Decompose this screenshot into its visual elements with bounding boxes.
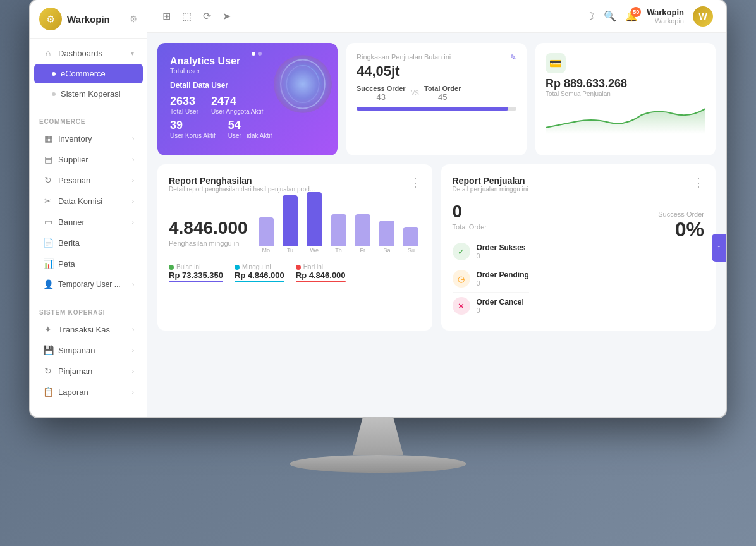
analytics-stats-row2: 39 User Korus Aktif 54 User Tidak Aktif [170,119,325,139]
penjualan-right: Success Order 0% [658,198,704,241]
bar-col-fr: Fr [353,214,372,253]
stat-label-tidak: User Tidak Aktif [228,132,272,139]
sidebar-item-pesanan[interactable]: ↻ Pesanan › [34,170,143,190]
stat-label-anggota: User Anggota Aktif [211,108,263,115]
sidebar-item-dashboards[interactable]: ⌂ Dashboards ▾ [34,43,143,63]
chevron-icon: › [132,347,134,354]
dashboard-body: Analytics User Total user Detail Data Us… [147,33,726,417]
stat-number-total: 2633 [170,95,198,108]
sidebar-item-berita[interactable]: 📄 Berita [34,233,143,253]
success-order-label: Success Order [357,85,406,92]
period-amounts: Bulan ini Rp 73.335.350 Minggu ini [169,264,421,282]
ecommerce-section-header: ECOMMERCE [30,112,147,128]
sidebar-item-inventory[interactable]: ▦ Inventory › [34,128,143,149]
chevron-icon: › [132,198,134,205]
edit-icon[interactable]: ✎ [510,53,516,62]
user-name: Warkopin [647,8,684,17]
temporary-user-label: Temporary User ... [58,280,121,289]
success-pct-value: 0% [658,218,704,241]
supplier-label: Supplier [58,155,88,164]
order-cancel-count: 0 [477,306,524,314]
revenue-card: 💳 Rp 889.633.268 Total Semua Penjualan [535,43,716,155]
order-sukses-icon: ✓ [453,243,470,260]
monitor-wrapper: ⚙ Warkopin ⚙ ⌂ Dashboards ▾ eCommerce [0,0,756,546]
bar-col-we: We [305,192,324,253]
monitor-base [290,455,466,473]
sidebar-logo: ⚙ Warkopin ⚙ [30,0,147,39]
sidebar-item-peta[interactable]: 📊 Peta [34,253,143,274]
stat-korus: 39 User Korus Aktif [170,119,216,139]
stat-tidak-aktif: 54 User Tidak Aktif [228,119,272,139]
progress-bar-wrapper [357,107,516,111]
monitor-icon[interactable]: ⬚ [180,8,194,25]
bar-sa [379,221,394,246]
period-minggu-label: Minggu ini [235,264,284,270]
sidebar-item-laporan[interactable]: 📋 Laporan › [34,382,143,402]
chevron-icon: › [132,368,134,375]
stat-number-tidak: 54 [228,119,272,132]
revenue-amount: Rp 889.633.268 [546,77,705,90]
more-options-icon-penjualan[interactable]: ⋮ [693,176,704,190]
sidebar-item-sistem-koperasi-nav[interactable]: Sistem Koperasi [34,84,143,104]
bar-col-tu: Tu [281,195,300,253]
scroll-top-button[interactable]: ↑ [712,234,726,262]
main-content: ⊞ ⬚ ⟳ ➤ ☽ 🔍 🔔 50 Warkopin [147,0,726,417]
period-hari-dot [296,265,301,270]
penjualan-body: 0 Total Order ✓ Order Sukses 0 [453,198,705,319]
sidebar-item-supplier[interactable]: ▤ Supplier › [34,149,143,169]
period-minggu-underline [235,281,284,282]
order-cancel-label: Order Cancel [477,298,524,306]
topbar-nav-icons: ⊞ ⬚ ⟳ ➤ [160,8,233,25]
order-sukses-label: Order Sukses [477,243,526,252]
grid-icon[interactable]: ⊞ [160,8,173,25]
period-hari-underline [296,281,346,282]
order-pending-icon: ◷ [453,270,470,288]
user-avatar[interactable]: W [693,6,713,27]
sidebar-item-ecommerce[interactable]: eCommerce [34,64,143,83]
logo-icon: ⚙ [39,8,62,30]
report-penghasilan-header: Report Penghasilan Detail report penghas… [169,176,421,193]
bar-col-su: Su [401,227,420,253]
top-cards: Analytics User Total user Detail Data Us… [157,43,716,155]
settings-icon[interactable]: ⚙ [130,14,138,24]
report-penghasilan-subtitle: Detail report penghasilan dari hasil pen… [169,186,315,193]
sistem-koperasi-nav-label: Sistem Koperasi [61,89,121,99]
user-icon: 👤 [43,279,53,289]
dark-mode-icon[interactable]: ☽ [586,10,595,22]
big-number-section: 4.846.000 Penghasilan minggu ini [169,214,248,255]
more-options-icon[interactable]: ⋮ [410,176,421,190]
chevron-icon: › [132,389,134,396]
refresh-icon[interactable]: ⟳ [200,8,214,25]
sidebar-item-temporary-user[interactable]: 👤 Temporary User ... › [34,274,143,294]
sidebar-section-koperasi: SISTEM KOPERASI ✦ Transaksi Kas › 💾 Simp… [30,299,147,406]
transaksi-icon: ✦ [43,324,53,334]
search-icon[interactable]: 🔍 [604,10,616,22]
chevron-icon: ▾ [131,50,134,57]
order-pending-item: ◷ Order Pending 0 [453,265,529,293]
sidebar-item-data-komisi[interactable]: ✂ Data Komisi › [34,191,143,211]
sales-summary-card: Ringkasan Penjualan Bulan ini ✎ 44,05jt … [346,43,527,155]
period-minggu-dot [235,265,240,270]
total-order-label: Total Order [453,223,529,231]
sidebar-item-banner[interactable]: ▭ Banner › [34,212,143,232]
revenue-subtitle: Total Semua Penjualan [546,90,705,97]
user-info: Warkopin Warkopin [647,8,684,25]
analytics-card: Analytics User Total user Detail Data Us… [157,43,338,155]
progress-bar-fill [357,107,508,111]
peta-icon: 📊 [43,258,53,269]
send-icon[interactable]: ➤ [220,8,233,25]
total-order-count: 45 [438,92,447,102]
sales-vs-row: Success Order 43 VS Total Order 45 [357,85,516,102]
order-pending-count: 0 [477,279,529,287]
sidebar-item-simpanan[interactable]: 💾 Simpanan › [34,340,143,360]
sidebar-item-pinjaman[interactable]: ↻ Pinjaman › [34,361,143,381]
dashboards-label: Dashboards [58,49,102,58]
banner-label: Banner [58,217,85,227]
notification-icon[interactable]: 🔔 50 [625,10,638,22]
bar-label-sa: Sa [384,247,391,253]
bar-col-sa: Sa [377,221,396,253]
vs-text: VS [411,90,419,97]
topbar-right: ☽ 🔍 🔔 50 Warkopin Warkopin W [586,6,713,27]
success-order-pct-label: Success Order [658,210,704,218]
sidebar-item-transaksi-kas[interactable]: ✦ Transaksi Kas › [34,319,143,339]
